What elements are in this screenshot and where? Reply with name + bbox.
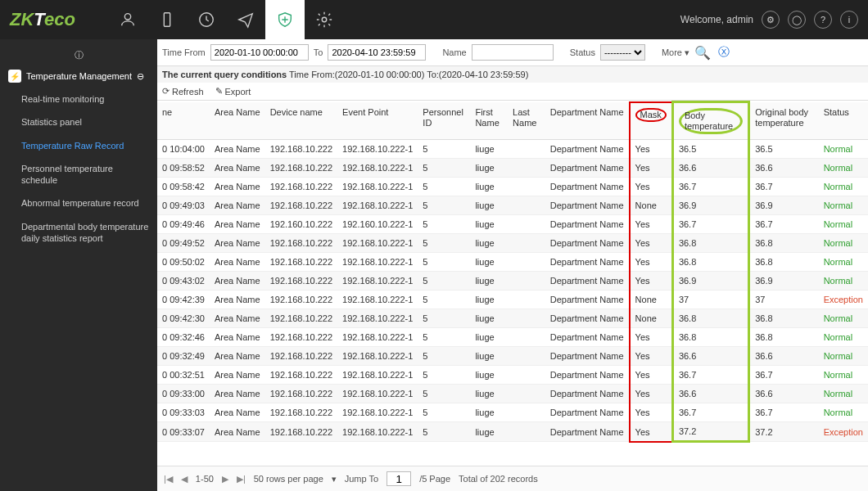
sidebar-item-raw[interactable]: Temperature Raw Record <box>0 134 157 157</box>
table-cell: 0 09:33:07 <box>157 422 210 442</box>
rows-per-page[interactable]: 50 rows per page <box>254 474 323 484</box>
welcome-text: Welcome, admin <box>680 14 753 25</box>
table-row[interactable]: 0 09:50:02Area Name192.168.10.222192.168… <box>157 253 868 272</box>
last-page-icon[interactable]: ▶| <box>237 474 246 484</box>
table-cell <box>508 140 545 159</box>
table-row[interactable]: 0 09:32:46Area Name192.168.10.222192.168… <box>157 328 868 347</box>
col-header[interactable]: Last Name <box>508 102 545 140</box>
table-cell: None <box>630 196 673 215</box>
table-row[interactable]: 0 09:49:52Area Name192.168.10.222192.168… <box>157 234 868 253</box>
table-row[interactable]: 0 10:04:00Area Name192.168.10.222192.168… <box>157 140 868 159</box>
table-cell: liuge <box>470 272 508 291</box>
nav-person-icon[interactable] <box>108 0 147 39</box>
table-cell: Area Name <box>210 422 265 442</box>
col-header[interactable]: Area Name <box>210 102 265 140</box>
table-cell: 5 <box>418 366 470 385</box>
status-select[interactable]: --------- <box>600 44 645 61</box>
table-cell: liuge <box>470 403 508 422</box>
col-header[interactable]: Status <box>819 102 868 140</box>
table-cell: liuge <box>470 253 508 272</box>
col-header[interactable]: Event Point <box>337 102 418 140</box>
header-settings-icon[interactable]: ⚙ <box>762 11 780 29</box>
table-cell: 36.8 <box>749 309 819 328</box>
col-header[interactable]: Mask <box>630 102 673 140</box>
sidebar-collapse-icon[interactable]: ⓘ <box>0 46 157 65</box>
sidebar-item-schedule[interactable]: Personnel temperature schedule <box>0 157 157 192</box>
table-cell: liuge <box>470 215 508 234</box>
table-row[interactable]: 0 09:33:00Area Name192.168.10.222192.168… <box>157 385 868 403</box>
col-header[interactable]: Department Name <box>545 102 630 140</box>
nav-send-icon[interactable] <box>226 0 265 39</box>
export-icon: ✎ <box>215 86 223 97</box>
col-header[interactable]: ne <box>157 102 210 140</box>
table-cell <box>508 309 545 328</box>
table-cell: Yes <box>630 385 673 403</box>
sidebar-item-realtime[interactable]: Real-time monitoring <box>0 88 157 110</box>
sidebar-group-label: Temperature Management <box>26 71 132 81</box>
table-cell: Department Name <box>545 328 630 347</box>
table-cell: 36.8 <box>749 253 819 272</box>
col-header[interactable]: Device name <box>265 102 337 140</box>
table-wrap[interactable]: neArea NameDevice nameEvent PointPersonn… <box>157 101 868 466</box>
table-row[interactable]: 0 09:33:03Area Name192.168.10.222192.168… <box>157 403 868 422</box>
nav-clock-icon[interactable] <box>187 0 226 39</box>
table-cell: Area Name <box>210 140 265 159</box>
table-row[interactable]: 0 09:58:42Area Name192.168.10.222192.168… <box>157 178 868 196</box>
header-user-icon[interactable]: ◯ <box>788 11 806 29</box>
more-dropdown[interactable]: More ▾ <box>662 47 689 58</box>
nav-gear-icon[interactable] <box>305 0 344 39</box>
time-to-input[interactable] <box>328 44 426 61</box>
table-cell: Yes <box>630 178 673 196</box>
table-cell: 36.8 <box>672 328 748 347</box>
jump-input[interactable] <box>387 471 411 486</box>
table-row[interactable]: 0 09:49:03Area Name192.168.10.222192.168… <box>157 196 868 215</box>
table-row[interactable]: 0 09:58:52Area Name192.168.10.222192.168… <box>157 159 868 178</box>
sidebar-item-dept[interactable]: Departmental body temperature daily stat… <box>0 215 157 250</box>
table-cell: 192.168.10.222-1 <box>337 272 418 291</box>
export-button[interactable]: ✎Export <box>215 86 251 97</box>
name-input[interactable] <box>472 44 554 61</box>
bolt-icon: ⚡ <box>8 70 21 83</box>
table-cell: 37 <box>672 291 748 309</box>
nav-device-icon[interactable] <box>147 0 187 39</box>
table-row[interactable]: 0 09:42:30Area Name192.168.10.222192.168… <box>157 309 868 328</box>
table-cell: Normal <box>819 196 868 215</box>
table-row[interactable]: 0 09:49:46Area Name192.160.10.222192.160… <box>157 215 868 234</box>
prev-page-icon[interactable]: ◀ <box>181 474 188 484</box>
table-cell: 192.168.10.222 <box>265 328 337 347</box>
time-from-input[interactable] <box>210 44 309 61</box>
table-row[interactable]: 0 09:33:07Area Name192.168.10.222192.168… <box>157 422 868 442</box>
table-cell: 192.168.10.222-1 <box>337 422 418 442</box>
col-header[interactable]: Original body temperature <box>749 102 819 140</box>
table-row[interactable]: 0 09:42:39Area Name192.168.10.222192.168… <box>157 291 868 309</box>
table-cell: 37.2 <box>749 422 819 442</box>
col-header[interactable]: Personnel ID <box>418 102 470 140</box>
refresh-button[interactable]: ⟳Refresh <box>162 86 204 97</box>
header-info-icon[interactable]: i <box>840 11 858 29</box>
nav-shield-icon[interactable] <box>265 0 305 39</box>
search-icon[interactable]: 🔍 <box>694 44 711 61</box>
clear-icon[interactable]: ⓧ <box>716 44 732 61</box>
next-page-icon[interactable]: ▶ <box>222 474 228 484</box>
sidebar-item-stats[interactable]: Statistics panel <box>0 110 157 133</box>
sidebar-group[interactable]: ⚡ Temperature Management ⊖ <box>0 65 157 88</box>
sidebar-item-abnormal[interactable]: Abnormal temperature record <box>0 191 157 214</box>
header-help-icon[interactable]: ? <box>814 11 832 29</box>
table-cell: 0 09:50:02 <box>157 253 210 272</box>
refresh-icon: ⟳ <box>162 86 170 97</box>
first-page-icon[interactable]: |◀ <box>164 474 173 484</box>
page-range: 1-50 <box>196 474 214 484</box>
table-cell: 36.6 <box>672 385 748 403</box>
table-row[interactable]: 0 09:32:49Area Name192.168.10.222192.168… <box>157 347 868 366</box>
table-row[interactable]: 0 00:32:51Area Name192.168.10.222192.168… <box>157 366 868 385</box>
table-cell: 0 09:33:00 <box>157 385 210 403</box>
col-header[interactable]: First Name <box>470 102 508 140</box>
table-cell: Normal <box>819 253 868 272</box>
data-table: neArea NameDevice nameEvent PointPersonn… <box>157 101 868 443</box>
table-row[interactable]: 0 09:43:02Area Name192.168.10.222192.168… <box>157 272 868 291</box>
col-header[interactable]: Body temperature <box>672 102 748 140</box>
chevron-down-icon: ▾ <box>332 474 337 484</box>
table-cell: Normal <box>819 178 868 196</box>
query-conditions: The current query conditions Time From:(… <box>157 66 868 83</box>
table-cell: 36.9 <box>749 196 819 215</box>
